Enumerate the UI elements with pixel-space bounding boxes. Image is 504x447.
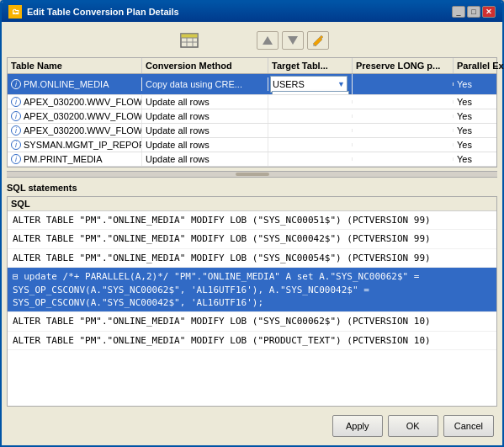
cell-target-5 xyxy=(268,157,353,161)
table-row[interactable]: i APEX_030200.WWV_FLOW... Update all row… xyxy=(8,109,496,124)
sql-header: SQL xyxy=(8,197,496,211)
cell-method-1: Update all rows xyxy=(142,95,268,109)
col-header-preserve: Preserve LONG p... xyxy=(353,58,454,73)
table-row[interactable]: i PM.ONLINE_MEDIA Copy data using CRE...… xyxy=(8,74,496,95)
sql-row-3[interactable]: ⊟ update /*+ PARALLEL(A,2)*/ "PM"."ONLIN… xyxy=(8,268,496,312)
table-row[interactable]: i APEX_030200.WWV_FLOW... Update all row… xyxy=(8,124,496,138)
row-icon-4: i xyxy=(11,140,21,150)
cell-preserve-3 xyxy=(353,129,454,132)
close-button[interactable]: ✕ xyxy=(482,6,496,18)
col-header-target: Target Tabl... xyxy=(268,58,353,73)
cell-preserve-5 xyxy=(353,157,454,161)
dropdown-list[interactable]: SYSAUX USERS SYSTEM EXAMPLE DUMA xyxy=(272,91,349,94)
dropdown-item-sysaux[interactable]: SYSAUX xyxy=(273,92,348,94)
sql-content[interactable]: ALTER TABLE "PM"."ONLINE_MEDIA" MODIFY L… xyxy=(8,211,496,406)
sql-box: SQL ALTER TABLE "PM"."ONLINE_MEDIA" MODI… xyxy=(7,196,497,407)
title-bar: 🗂 Edit Table Conversion Plan Details _ □… xyxy=(2,2,502,22)
table-section: Table Name Conversion Method Target Tabl… xyxy=(7,57,497,168)
cell-method-3: Update all rows xyxy=(142,124,268,137)
sql-section: SQL statements SQL ALTER TABLE "PM"."ONL… xyxy=(7,181,497,407)
cell-preserve-4 xyxy=(353,143,454,146)
cell-name-0: i PM.ONLINE_MEDIA xyxy=(8,77,142,91)
sql-row-5[interactable]: ALTER TABLE "PM"."ONLINE_MEDIA" MODIFY L… xyxy=(8,332,496,350)
table-row[interactable]: i APEX_030200.WWV_FLOW... Update all row… xyxy=(8,95,496,109)
cell-method-2: Update all rows xyxy=(142,109,268,123)
splitter-handle xyxy=(236,173,269,176)
cell-parallel-4: Yes xyxy=(454,138,496,152)
minimize-button[interactable]: _ xyxy=(452,6,465,18)
cell-parallel-3: Yes xyxy=(454,124,496,137)
toolbar-row xyxy=(7,27,497,54)
edit-button[interactable] xyxy=(307,31,329,50)
cell-name-1: i APEX_030200.WWV_FLOW... xyxy=(8,95,142,109)
cell-target-4 xyxy=(268,143,353,146)
ok-button[interactable]: OK xyxy=(388,415,438,437)
splitter[interactable] xyxy=(7,171,497,178)
table-header: Table Name Conversion Method Target Tabl… xyxy=(8,58,496,74)
row-icon-0: i xyxy=(11,79,21,89)
move-down-button[interactable] xyxy=(282,31,304,50)
maximize-button[interactable]: □ xyxy=(467,6,480,18)
row-icon-3: i xyxy=(11,125,21,136)
cell-target-1 xyxy=(268,100,353,104)
cancel-button[interactable]: Cancel xyxy=(443,415,494,437)
cell-parallel-5: Yes xyxy=(454,152,496,166)
sql-row-1[interactable]: ALTER TABLE "PM"."ONLINE_MEDIA" MODIFY L… xyxy=(8,230,496,248)
move-up-button[interactable] xyxy=(257,31,279,50)
svg-marker-6 xyxy=(288,36,298,45)
table-icon xyxy=(176,30,203,51)
col-header-name: Table Name xyxy=(8,58,142,73)
cell-preserve-2 xyxy=(353,114,454,118)
sql-row-0[interactable]: ALTER TABLE "PM"."ONLINE_MEDIA" MODIFY L… xyxy=(8,211,496,230)
cell-parallel-2: Yes xyxy=(454,109,496,123)
cell-parallel-0: Yes xyxy=(454,77,496,91)
cell-method-0: Copy data using CRE... xyxy=(142,77,268,91)
cell-method-4: Update all rows xyxy=(142,138,268,152)
target-dropdown-0[interactable]: USERS ▼ xyxy=(270,76,347,93)
cell-target-0: USERS ▼ SYSAUX USERS SYSTEM EXAMPLE DUMA xyxy=(268,74,353,94)
title-bar-buttons: _ □ ✕ xyxy=(452,6,496,18)
col-header-parallel: Parallel Execution xyxy=(454,58,504,73)
col-header-method: Conversion Method xyxy=(142,58,268,73)
sql-row-4[interactable]: ALTER TABLE "PM"."ONLINE_MEDIA" MODIFY L… xyxy=(8,312,496,331)
cell-name-5: i PM.PRINT_MEDIA xyxy=(8,152,142,166)
row-icon-1: i xyxy=(11,97,21,107)
dialog-icon: 🗂 xyxy=(8,5,22,19)
cell-preserve-1 xyxy=(353,100,454,104)
cell-name-3: i APEX_030200.WWV_FLOW... xyxy=(8,124,142,137)
row-icon-5: i xyxy=(11,154,21,164)
cell-target-3 xyxy=(268,129,353,132)
title-bar-left: 🗂 Edit Table Conversion Plan Details xyxy=(8,5,179,19)
svg-rect-1 xyxy=(181,34,198,38)
cell-method-5: Update all rows xyxy=(142,152,268,166)
dialog-window: 🗂 Edit Table Conversion Plan Details _ □… xyxy=(0,0,504,447)
cell-target-2 xyxy=(268,114,353,118)
button-row: Apply OK Cancel xyxy=(7,410,497,440)
cell-preserve-0 xyxy=(353,82,454,86)
table-body[interactable]: i PM.ONLINE_MEDIA Copy data using CRE...… xyxy=(8,74,496,167)
sql-label: SQL statements xyxy=(7,181,497,194)
table-row[interactable]: i SYSMAN.MGMT_IP_REPORT... Update all ro… xyxy=(8,138,496,152)
table-row[interactable]: i PM.PRINT_MEDIA Update all rows Yes xyxy=(8,152,496,167)
row-icon-2: i xyxy=(11,111,21,121)
dialog-title: Edit Table Conversion Plan Details xyxy=(27,7,179,17)
cell-parallel-1: Yes xyxy=(454,95,496,109)
dialog-body: Table Name Conversion Method Target Tabl… xyxy=(2,22,502,445)
cell-name-4: i SYSMAN.MGMT_IP_REPORT... xyxy=(8,138,142,152)
apply-button[interactable]: Apply xyxy=(332,415,383,437)
dropdown-arrow: ▼ xyxy=(337,80,345,88)
sql-row-2[interactable]: ALTER TABLE "PM"."ONLINE_MEDIA" MODIFY L… xyxy=(8,249,496,268)
cell-name-2: i APEX_030200.WWV_FLOW... xyxy=(8,109,142,123)
svg-marker-5 xyxy=(263,36,273,45)
